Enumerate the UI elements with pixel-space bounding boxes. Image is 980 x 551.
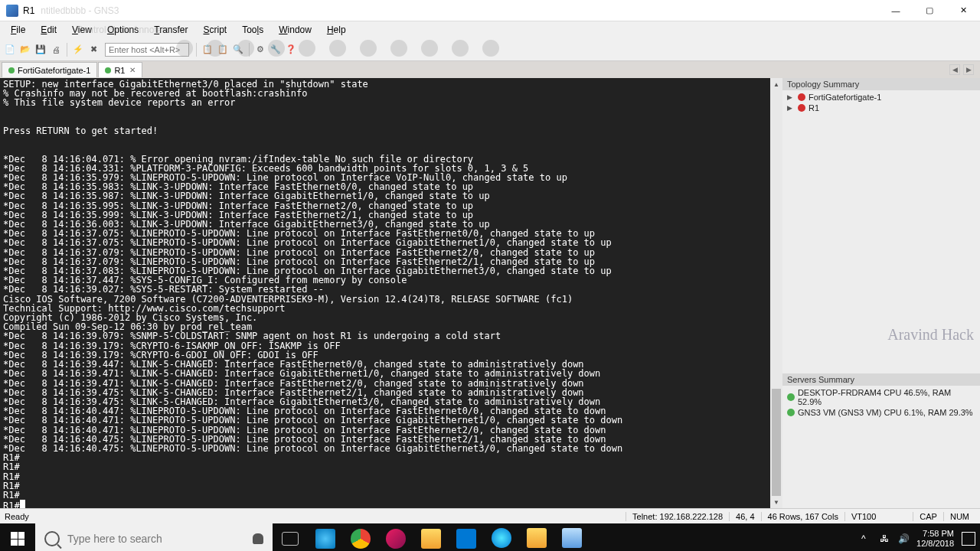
servers-panel-body: DESKTOP-FRDRAM4 CPU 46.5%, RAM 52.9% GNS… <box>782 386 980 508</box>
taskbar-chrome-icon[interactable] <box>343 523 378 551</box>
tab-close-icon[interactable]: ✕ <box>129 66 136 74</box>
tab-r1[interactable]: R1 ✕ <box>98 62 142 77</box>
notifications-icon[interactable] <box>962 532 975 546</box>
menu-file[interactable]: File <box>3 23 33 37</box>
search-icon <box>44 531 60 546</box>
windows-taskbar: Type here to search ^ 🖧 🔊 7:58 PM 12/8/2… <box>0 523 980 551</box>
status-caps-lock: CAP <box>913 512 943 521</box>
toolbar-new-icon[interactable]: 📄 <box>3 43 17 57</box>
scrollbar-thumb[interactable] <box>772 389 781 496</box>
task-view-button[interactable] <box>273 523 308 551</box>
system-tray: ^ 🖧 🔊 7:58 PM 12/8/2018 <box>861 529 980 549</box>
menu-window[interactable]: Window <box>271 23 319 37</box>
menu-bar: File Edit View Options Transfer Script T… <box>0 21 980 38</box>
background-menu-ghost: Control Node Annotate <box>77 24 169 35</box>
node-status-icon <box>798 104 805 112</box>
topology-item-fortigate[interactable]: ▶ FortiGatefortigate-1 <box>786 92 977 103</box>
server-item-gns3vm[interactable]: GNS3 VM (GNS3 VM) CPU 6.1%, RAM 29.3% <box>786 407 977 418</box>
taskbar-gns3-icon[interactable] <box>519 523 554 551</box>
tab-next-button[interactable]: ▶ <box>963 64 974 75</box>
side-panels: Topology Summary ▶ FortiGatefortigate-1 … <box>782 78 980 508</box>
background-toolbar-ghost <box>176 40 499 57</box>
title-bar: R1ntitledbbbb - GNS3 — ▢ ✕ <box>0 0 980 21</box>
toolbar-save-icon[interactable]: 💾 <box>34 43 47 57</box>
microphone-icon[interactable] <box>253 533 263 544</box>
tab-label: R1 <box>114 66 125 75</box>
close-button[interactable]: ✕ <box>946 0 980 21</box>
menu-edit[interactable]: Edit <box>33 23 64 37</box>
tray-network-icon[interactable]: 🖧 <box>880 533 890 544</box>
status-bar: Ready Telnet: 192.168.222.128 46, 4 46 R… <box>0 508 980 523</box>
taskbar-explorer-icon[interactable] <box>413 523 449 551</box>
clock-time: 7:58 PM <box>916 529 954 539</box>
tab-label: FortiGatefortigate-1 <box>18 66 90 75</box>
window-controls: — ▢ ✕ <box>879 0 980 21</box>
status-emulation: VT100 <box>844 512 882 521</box>
taskbar-app1-icon[interactable] <box>378 523 413 551</box>
server-item-desktop[interactable]: DESKTOP-FRDRAM4 CPU 46.5%, RAM 52.9% <box>786 387 977 407</box>
tab-navigation: ◀ ▶ <box>949 64 974 75</box>
server-status-icon <box>787 393 795 401</box>
search-placeholder: Type here to search <box>67 533 162 545</box>
toolbar-print-icon[interactable]: 🖨 <box>49 43 63 57</box>
servers-panel-title: Servers Summary <box>782 373 980 386</box>
taskbar-edge-icon[interactable] <box>484 523 519 551</box>
tab-status-icon <box>105 67 111 73</box>
taskbar-clock[interactable]: 7:58 PM 12/8/2018 <box>916 529 954 549</box>
topology-panel-body: ▶ FortiGatefortigate-1 ▶ R1 <box>782 90 980 115</box>
app-icon <box>6 5 18 17</box>
tab-prev-button[interactable]: ◀ <box>949 64 960 75</box>
tree-toggle-icon[interactable]: ▶ <box>787 104 795 112</box>
taskbar-search[interactable]: Type here to search <box>35 523 273 551</box>
tab-bar: FortiGatefortigate-1 R1 ✕ ◀ ▶ <box>0 61 980 78</box>
status-terminal-size: 46 Rows, 167 Cols <box>761 512 844 521</box>
toolbar-separator <box>67 43 67 57</box>
clock-date: 12/8/2018 <box>916 539 954 549</box>
watermark-text: Aravind Hack <box>887 326 974 344</box>
vertical-scrollbar[interactable]: ▲ ▼ <box>770 78 782 508</box>
menu-script[interactable]: Script <box>196 23 235 37</box>
minimize-button[interactable]: — <box>879 0 913 21</box>
topology-panel-title: Topology Summary <box>782 78 980 90</box>
main-content: SETUP: new interface GigabitEthernet3/0 … <box>0 78 980 508</box>
taskbar-securecrt-icon[interactable] <box>554 523 590 551</box>
tray-up-icon[interactable]: ^ <box>861 533 872 544</box>
start-button[interactable] <box>0 523 35 551</box>
tray-volume-icon[interactable]: 🔊 <box>898 533 909 544</box>
taskbar-ie-icon[interactable] <box>308 523 343 551</box>
status-connection: Telnet: 192.168.222.128 <box>626 512 729 521</box>
toolbar-connect-icon[interactable]: ⚡ <box>71 43 85 57</box>
maximize-button[interactable]: ▢ <box>913 0 946 21</box>
scroll-down-icon[interactable]: ▼ <box>770 496 782 508</box>
scroll-up-icon[interactable]: ▲ <box>770 78 782 90</box>
terminal-output[interactable]: SETUP: new interface GigabitEthernet3/0 … <box>0 78 770 508</box>
taskbar-outlook-icon[interactable] <box>449 523 484 551</box>
taskbar-apps <box>273 523 590 551</box>
tab-fortigate[interactable]: FortiGatefortigate-1 <box>2 62 97 77</box>
tree-toggle-icon[interactable]: ▶ <box>787 93 795 101</box>
windows-logo-icon <box>11 532 24 546</box>
topology-item-r1[interactable]: ▶ R1 <box>786 103 977 113</box>
server-item-label: GNS3 VM (GNS3 VM) CPU 6.1%, RAM 29.3% <box>798 408 973 417</box>
tree-item-label: FortiGatefortigate-1 <box>808 93 881 102</box>
menu-help[interactable]: Help <box>319 23 354 37</box>
scrollbar-track[interactable] <box>770 90 782 496</box>
status-num-lock: NUM <box>943 512 975 521</box>
menu-tools[interactable]: Tools <box>234 23 271 37</box>
toolbar-open-icon[interactable]: 📂 <box>18 43 32 57</box>
server-status-icon <box>787 409 795 416</box>
tree-item-label: R1 <box>808 103 819 112</box>
status-cursor-pos: 46, 4 <box>729 512 760 521</box>
status-ready: Ready <box>5 512 626 521</box>
background-window-title: ntitledbbbb - GNS3 <box>41 5 119 16</box>
toolbar: 📄 📂 💾 🖨 ⚡ ✖ 📋 📋 🔍 ⚙ 🔧 ❓ <box>0 38 980 61</box>
node-status-icon <box>798 93 805 101</box>
toolbar-disconnect-icon[interactable]: ✖ <box>87 43 100 57</box>
tab-status-icon <box>8 67 15 73</box>
window-title: R1ntitledbbbb - GNS3 <box>23 5 879 16</box>
tray-icons: ^ 🖧 🔊 <box>861 533 909 544</box>
server-item-label: DESKTOP-FRDRAM4 CPU 46.5%, RAM 52.9% <box>798 388 975 406</box>
